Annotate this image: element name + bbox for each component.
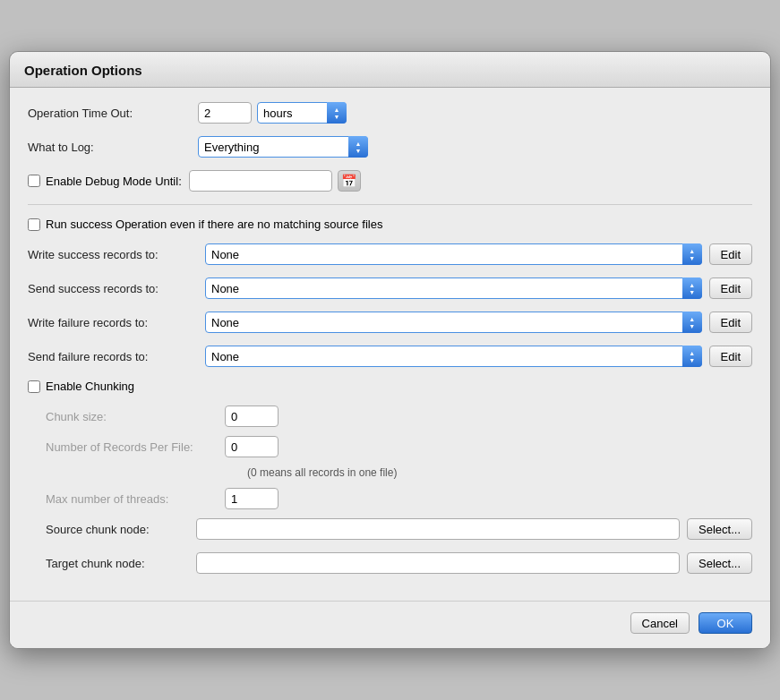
- timeout-label: Operation Time Out:: [28, 107, 198, 120]
- timeout-value-input[interactable]: [198, 102, 252, 124]
- operation-options-dialog: Operation Options Operation Time Out: ho…: [9, 51, 771, 649]
- dialog-footer: Cancel OK: [10, 601, 770, 648]
- debug-mode-checkbox[interactable]: [28, 175, 40, 187]
- write-failure-edit-button[interactable]: Edit: [709, 312, 752, 333]
- debug-mode-label: Enable Debug Mode Until:: [46, 175, 182, 188]
- write-success-select-wrapper: None: [205, 243, 702, 265]
- max-threads-row: Max number of threads:: [46, 488, 752, 509]
- send-success-edit-button[interactable]: Edit: [709, 277, 752, 299]
- source-chunk-select-button[interactable]: Select...: [687, 518, 752, 540]
- source-chunk-row: Source chunk node: Select...: [46, 518, 752, 540]
- title-bar: Operation Options: [10, 52, 770, 88]
- run-success-row: Run success Operation even if there are …: [28, 218, 752, 231]
- run-success-label: Run success Operation even if there are …: [46, 218, 382, 231]
- target-chunk-label: Target chunk node:: [46, 557, 189, 570]
- chunk-size-input[interactable]: [225, 405, 279, 427]
- records-per-file-label: Number of Records Per File:: [46, 440, 225, 454]
- enable-chunking-row: Enable Chunking: [28, 380, 752, 393]
- write-failure-label: Write failure records to:: [28, 316, 198, 329]
- chunking-section: Enable Chunking Chunk size: Number of Re…: [28, 380, 752, 574]
- chunk-size-row: Chunk size:: [46, 405, 752, 427]
- timeout-row: Operation Time Out: hours minutes second…: [28, 102, 752, 124]
- timeout-unit-select-wrapper: hours minutes seconds: [257, 102, 347, 124]
- chunking-inner: Chunk size: Number of Records Per File: …: [46, 405, 752, 574]
- timeout-unit-select[interactable]: hours minutes seconds: [257, 102, 347, 124]
- records-per-file-input[interactable]: [225, 436, 279, 457]
- write-success-edit-button[interactable]: Edit: [709, 243, 752, 265]
- send-failure-select-wrapper: None: [205, 346, 702, 367]
- target-chunk-select-button[interactable]: Select...: [687, 552, 752, 574]
- what-to-log-select[interactable]: Everything Errors Only Nothing: [198, 136, 368, 158]
- max-threads-label: Max number of threads:: [46, 492, 225, 506]
- target-chunk-row: Target chunk node: Select...: [46, 552, 752, 574]
- send-success-label: Send success records to:: [28, 282, 198, 295]
- send-failure-row: Send failure records to: None Edit: [28, 346, 752, 367]
- write-success-select[interactable]: None: [205, 243, 702, 265]
- write-failure-row: Write failure records to: None Edit: [28, 312, 752, 333]
- what-to-log-select-wrapper: Everything Errors Only Nothing: [198, 136, 368, 158]
- enable-chunking-checkbox[interactable]: [28, 380, 40, 393]
- dialog-title: Operation Options: [24, 63, 142, 78]
- what-to-log-row: What to Log: Everything Errors Only Noth…: [28, 136, 752, 158]
- ok-button[interactable]: OK: [699, 612, 752, 634]
- send-success-row: Send success records to: None Edit: [28, 277, 752, 299]
- send-success-select-wrapper: None: [205, 277, 702, 299]
- timeout-controls: hours minutes seconds: [198, 102, 347, 124]
- max-threads-input[interactable]: [225, 488, 279, 509]
- run-success-checkbox[interactable]: [28, 218, 40, 231]
- chunk-size-label: Chunk size:: [46, 410, 225, 423]
- write-success-label: Write success records to:: [28, 248, 198, 261]
- source-chunk-input[interactable]: [196, 518, 680, 540]
- calendar-button[interactable]: 📅: [338, 170, 361, 192]
- write-failure-select-wrapper: None: [205, 312, 702, 333]
- enable-chunking-label: Enable Chunking: [46, 380, 134, 393]
- send-success-select[interactable]: None: [205, 277, 702, 299]
- send-failure-select[interactable]: None: [205, 346, 702, 367]
- records-hint: (0 means all records in one file): [247, 466, 752, 479]
- send-failure-label: Send failure records to:: [28, 350, 198, 363]
- write-success-row: Write success records to: None Edit: [28, 243, 752, 265]
- cancel-button[interactable]: Cancel: [630, 612, 690, 634]
- send-failure-edit-button[interactable]: Edit: [709, 346, 752, 367]
- debug-date-input[interactable]: [189, 170, 332, 192]
- target-chunk-input[interactable]: [196, 552, 680, 574]
- debug-mode-row: Enable Debug Mode Until: 📅: [28, 170, 752, 192]
- source-chunk-label: Source chunk node:: [46, 523, 189, 536]
- what-to-log-label: What to Log:: [28, 141, 198, 154]
- records-per-file-row: Number of Records Per File:: [46, 436, 752, 457]
- dialog-body: Operation Time Out: hours minutes second…: [10, 88, 770, 601]
- write-failure-select[interactable]: None: [205, 312, 702, 333]
- separator-1: [28, 204, 752, 205]
